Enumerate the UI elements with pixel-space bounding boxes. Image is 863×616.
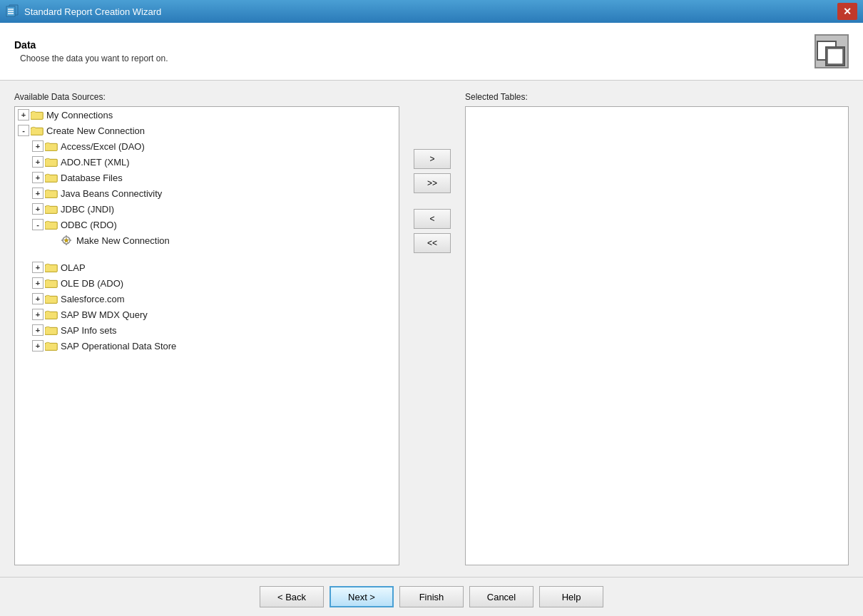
expand-icon-salesforce[interactable]: + — [32, 293, 44, 304]
expand-icon-ado-net[interactable]: + — [32, 156, 44, 168]
folder-icon-database-files — [45, 173, 58, 183]
header-icon — [815, 34, 849, 68]
svg-rect-6 — [827, 48, 843, 64]
folder-icon-jdbc-jndi — [45, 204, 58, 214]
tree-label-java-beans: Java Beans Connectivity — [61, 188, 162, 199]
header-text: Data Choose the data you want to report … — [14, 39, 168, 63]
tree-label-olap: OLAP — [61, 262, 86, 273]
svg-marker-29 — [63, 237, 69, 243]
tree-item-jdbc-jndi[interactable]: + JDBC (JNDI) — [15, 201, 399, 217]
tree-item-ado-net[interactable]: + ADO.NET (XML) — [15, 154, 399, 170]
close-button[interactable]: ✕ — [837, 3, 857, 20]
tree-item-ole-db[interactable]: + OLE DB (ADO) — [15, 275, 399, 291]
expand-icon-create-new-connection[interactable]: - — [18, 125, 29, 136]
folder-icon-access-excel — [45, 141, 58, 151]
tree-item-create-new-connection[interactable]: - Create New Connection — [15, 123, 399, 138]
tree-item-odbc-rdo[interactable]: - ODBC (RDO) — [15, 217, 399, 232]
tree-item-java-beans[interactable]: + Java Beans Connectivity — [15, 185, 399, 201]
folder-icon-salesforce — [45, 294, 58, 304]
expand-icon-my-connections[interactable]: + — [18, 109, 29, 120]
expand-placeholder-make-new-connection — [46, 235, 58, 246]
tree-item-olap[interactable]: + OLAP — [15, 260, 399, 275]
folder-icon-olap — [45, 262, 58, 272]
finish-button[interactable]: Finish — [399, 586, 464, 607]
selected-tables-label: Selected Tables: — [465, 92, 849, 102]
tree-item-sap-info[interactable]: + SAP Info sets — [15, 322, 399, 338]
expand-icon-database-files[interactable]: + — [32, 172, 44, 183]
tree-container[interactable]: + My Connections- Create New Connection+… — [14, 106, 399, 565]
expand-icon-jdbc-jndi[interactable]: + — [32, 203, 44, 215]
move-left-button[interactable]: < — [414, 209, 451, 229]
tree-label-my-connections: My Connections — [46, 110, 113, 120]
expand-icon-ole-db[interactable]: + — [32, 277, 44, 289]
tree-label-database-files: Database Files — [61, 173, 123, 183]
folder-icon-my-connections — [31, 110, 44, 120]
header-subtitle: Choose the data you want to report on. — [20, 53, 168, 63]
right-panel: Selected Tables: — [465, 92, 849, 565]
move-all-right-button[interactable]: >> — [414, 173, 451, 193]
folder-icon-sap-bw — [45, 309, 58, 319]
folder-icon-ado-net — [45, 157, 58, 167]
tree-item-database-files[interactable]: + Database Files — [15, 170, 399, 185]
tree-item-make-new-connection[interactable]: Make New Connection — [15, 232, 399, 248]
tree-label-jdbc-jndi: JDBC (JNDI) — [61, 204, 114, 215]
expand-icon-odbc-rdo[interactable]: - — [32, 219, 44, 230]
tree-label-salesforce: Salesforce.com — [61, 294, 125, 304]
expand-icon-access-excel[interactable]: + — [32, 140, 44, 152]
cancel-button[interactable]: Cancel — [469, 586, 533, 607]
tree-item-my-connections[interactable]: + My Connections — [15, 107, 399, 123]
tree-item-sap-bw[interactable]: + SAP BW MDX Query — [15, 307, 399, 322]
expand-icon-sap-info[interactable]: + — [32, 324, 44, 336]
content-area: Available Data Sources: + My Connections… — [0, 81, 863, 577]
header-area: Data Choose the data you want to report … — [0, 23, 863, 81]
folder-icon-ole-db — [45, 278, 58, 288]
next-button[interactable]: Next > — [330, 586, 394, 607]
expand-icon-java-beans[interactable]: + — [32, 188, 44, 199]
tree-label-ole-db: OLE DB (ADO) — [61, 278, 123, 289]
app-icon — [6, 4, 20, 19]
folder-icon-sap-info — [45, 325, 58, 335]
folder-icon-java-beans — [45, 188, 58, 198]
tree-label-sap-operational: SAP Operational Data Store — [61, 341, 176, 351]
tree-label-odbc-rdo: ODBC (RDO) — [61, 220, 117, 230]
tree-label-make-new-connection: Make New Connection — [76, 235, 170, 246]
left-panel: Available Data Sources: + My Connections… — [14, 92, 399, 565]
tree-label-ado-net: ADO.NET (XML) — [61, 157, 130, 168]
tree-spacer — [15, 248, 399, 260]
tree-label-access-excel: Access/Excel (DAO) — [61, 141, 145, 152]
expand-icon-olap[interactable]: + — [32, 262, 44, 273]
folder-icon-odbc-rdo — [45, 220, 58, 230]
titlebar: Standard Report Creation Wizard ✕ — [0, 0, 863, 23]
header-icon-svg — [816, 36, 847, 67]
folder-icon-create-new-connection — [31, 125, 44, 135]
move-right-button[interactable]: > — [414, 149, 451, 169]
available-sources-label: Available Data Sources: — [14, 92, 399, 102]
folder-icon-sap-operational — [45, 341, 58, 351]
tree-item-salesforce[interactable]: + Salesforce.com — [15, 291, 399, 307]
titlebar-title: Standard Report Creation Wizard — [24, 6, 833, 17]
expand-icon-sap-bw[interactable]: + — [32, 309, 44, 320]
move-all-left-button[interactable]: << — [414, 233, 451, 253]
back-button[interactable]: < Back — [260, 586, 324, 607]
tree-item-access-excel[interactable]: + Access/Excel (DAO) — [15, 138, 399, 154]
tree-label-create-new-connection: Create New Connection — [46, 125, 145, 136]
help-button[interactable]: Help — [539, 586, 603, 607]
tree-item-sap-operational[interactable]: + SAP Operational Data Store — [15, 338, 399, 354]
dialog: Data Choose the data you want to report … — [0, 23, 863, 616]
transfer-buttons-panel: > >> < << — [411, 92, 454, 565]
footer-area: < Back Next > Finish Cancel Help — [0, 577, 863, 616]
header-title: Data — [14, 39, 168, 51]
tree-label-sap-bw: SAP BW MDX Query — [61, 309, 148, 320]
connection-icon-make-new-connection — [59, 235, 73, 246]
selected-tables-container[interactable] — [465, 106, 849, 565]
expand-icon-sap-operational[interactable]: + — [32, 340, 44, 351]
tree-label-sap-info: SAP Info sets — [61, 325, 117, 336]
